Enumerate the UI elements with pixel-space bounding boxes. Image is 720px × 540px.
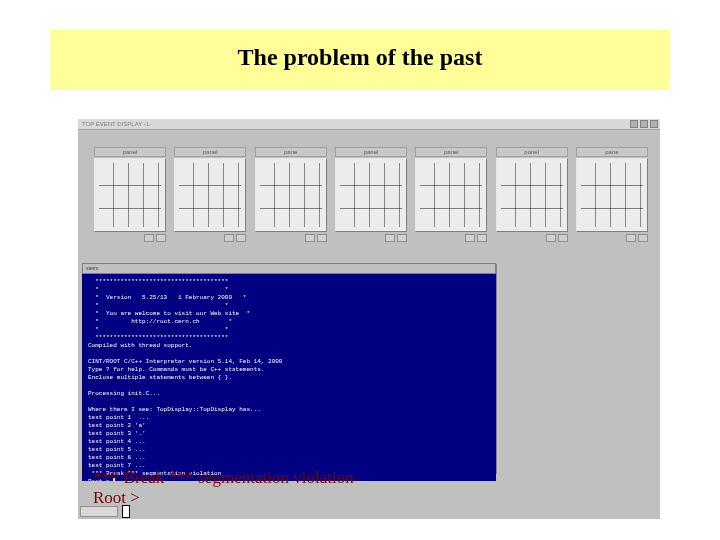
pane-btn-icon[interactable] [397, 234, 407, 242]
pane-btn-icon[interactable] [224, 234, 234, 242]
pane-plot [576, 158, 648, 232]
pane-btn-icon[interactable] [558, 234, 568, 242]
pane-plot [174, 158, 246, 232]
desktop-window-title: TOP EVENT DISPLAY -1- [82, 121, 151, 127]
display-pane: panel [335, 147, 407, 242]
pane-label: panel [415, 147, 487, 157]
display-pane: pane [576, 147, 648, 242]
panes-row: panel panel pane panel panel [94, 147, 648, 242]
display-pane: panel [94, 147, 166, 242]
display-pane: panel [415, 147, 487, 242]
annotation-root: Root > [93, 488, 140, 508]
pane-btn-icon[interactable] [317, 234, 327, 242]
desktop-window: TOP EVENT DISPLAY -1- panel panel pane [78, 119, 660, 519]
pane-btn-icon[interactable] [626, 234, 636, 242]
pane-btn-icon[interactable] [144, 234, 154, 242]
slide: The problem of the past TOP EVENT DISPLA… [0, 0, 720, 540]
pane-label: pane [576, 147, 648, 157]
pane-plot [496, 158, 568, 232]
display-pane: pane [255, 147, 327, 242]
pane-btn-icon[interactable] [546, 234, 556, 242]
pane-plot [94, 158, 166, 232]
pane-btn-icon[interactable] [465, 234, 475, 242]
display-pane: panel [496, 147, 568, 242]
display-pane: panel [174, 147, 246, 242]
terminal-window[interactable]: xterm **********************************… [82, 263, 496, 473]
window-controls [630, 120, 658, 128]
pane-btn-icon[interactable] [477, 234, 487, 242]
pane-btn-icon[interactable] [305, 234, 315, 242]
pane-btn-icon[interactable] [236, 234, 246, 242]
pane-plot [255, 158, 327, 232]
pane-label: pane [255, 147, 327, 157]
pane-label: panel [335, 147, 407, 157]
pane-label: panel [94, 147, 166, 157]
close-icon[interactable] [650, 120, 658, 128]
maximize-icon[interactable] [640, 120, 648, 128]
minimize-icon[interactable] [630, 120, 638, 128]
title-banner: The problem of the past [50, 30, 670, 90]
terminal-body[interactable]: ************************************* * … [82, 274, 496, 481]
pane-btn-icon[interactable] [156, 234, 166, 242]
annotation-break: *** Break *** segmentation violation [94, 468, 354, 488]
slide-title: The problem of the past [238, 44, 483, 71]
pane-btn-icon[interactable] [385, 234, 395, 242]
pane-plot [415, 158, 487, 232]
desktop-titlebar: TOP EVENT DISPLAY -1- [78, 119, 660, 130]
terminal-output: ************************************* * … [88, 278, 282, 469]
terminal-titlebar: xterm [82, 263, 496, 274]
pane-label: panel [174, 147, 246, 157]
pane-label: panel [496, 147, 568, 157]
pane-btn-icon[interactable] [638, 234, 648, 242]
pane-plot [335, 158, 407, 232]
